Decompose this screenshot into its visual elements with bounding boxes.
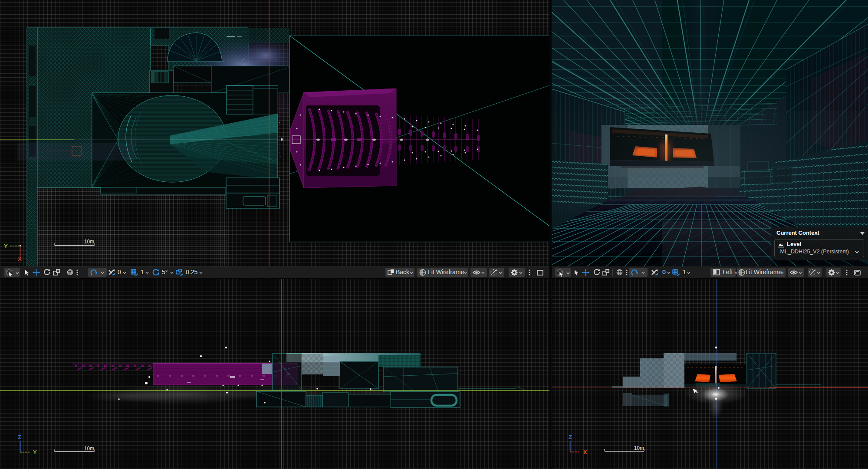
svg-text:Y: Y [33, 449, 37, 456]
svg-text:10m: 10m [634, 445, 644, 451]
svg-text:Z: Z [18, 434, 21, 440]
svg-text:10m: 10m [84, 446, 94, 452]
svg-text:X: X [583, 449, 587, 456]
svg-text:X: X [18, 256, 22, 262]
svg-text:Z: Z [569, 434, 572, 440]
svg-text:Y: Y [4, 243, 8, 249]
svg-text:10m: 10m [84, 239, 94, 245]
